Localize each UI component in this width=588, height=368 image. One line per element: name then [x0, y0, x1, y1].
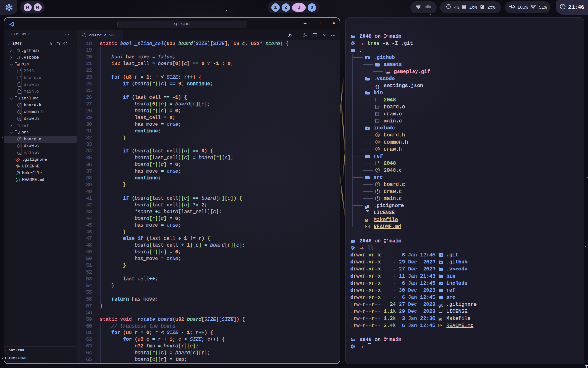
svg-text:C: C — [377, 190, 379, 193]
svg-text:C: C — [377, 141, 379, 144]
svg-text:C: C — [377, 183, 379, 186]
svg-text:C: C — [377, 197, 379, 200]
svg-text:H: H — [19, 104, 20, 107]
svg-text:C: C — [84, 34, 85, 37]
svg-text:10: 10 — [376, 113, 379, 116]
svg-text:H: H — [19, 117, 20, 121]
svg-text:C: C — [19, 138, 20, 141]
svg-text:❮❯: ❮❯ — [18, 132, 20, 135]
svg-text:C: C — [377, 169, 379, 172]
svg-text:H: H — [19, 111, 20, 114]
svg-text:10: 10 — [376, 120, 379, 123]
svg-text:C: C — [377, 148, 379, 151]
svg-text:C: C — [377, 134, 379, 137]
svg-text:10: 10 — [376, 106, 379, 109]
svg-text:C: C — [19, 145, 20, 148]
svg-text:C: C — [19, 151, 20, 155]
